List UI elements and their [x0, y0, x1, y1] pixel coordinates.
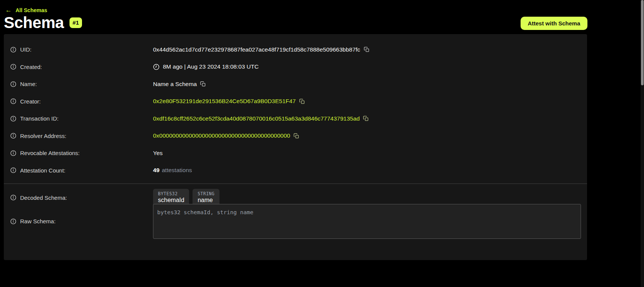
info-icon [10, 218, 16, 224]
resolver-address-link[interactable]: 0x00000000000000000000000000000000000000… [153, 132, 290, 139]
title-row: Schema #1 [4, 14, 82, 32]
uid-value: 0x44d562ac1d7cd77e232978687fea027ace48f7… [153, 46, 360, 53]
created-value: 8M ago | Aug 23 2024 18:08:03 UTC [163, 63, 259, 70]
revocable-row: Revocable Attestations: Yes [4, 144, 587, 162]
transaction-id-link[interactable]: 0xdf16c8cff2652c6ce52f3cda40d0878070016c… [153, 115, 360, 122]
copy-icon[interactable] [363, 116, 369, 121]
transaction-label-group: Transaction ID: [10, 115, 153, 122]
created-label: Created: [20, 64, 42, 70]
resolver-label: Resolver Address: [20, 133, 66, 139]
creator-address-link[interactable]: 0x2e80F532191de291536B24Ce5D67a9B0D3E51F… [153, 98, 296, 105]
name-label-group: Name: [10, 81, 153, 87]
creator-label-group: Creator: [10, 98, 153, 105]
back-link-label: All Schemas [16, 7, 47, 13]
attestations-link[interactable]: attestations [162, 167, 192, 174]
copy-icon[interactable] [299, 99, 305, 104]
copy-icon[interactable] [364, 47, 369, 52]
transaction-label: Transaction ID: [20, 115, 58, 122]
info-icon [10, 47, 16, 53]
uid-row: UID: 0x44d562ac1d7cd77e232978687fea027ac… [4, 41, 587, 58]
decoded-schema-label: Decoded Schema: [20, 194, 67, 201]
copy-icon[interactable] [200, 81, 206, 87]
name-label: Name: [20, 81, 37, 87]
resolver-label-group: Resolver Address: [10, 133, 153, 139]
revocable-label: Revocable Attestations: [20, 150, 80, 156]
back-arrow-icon: ← [5, 6, 12, 14]
creator-row: Creator: 0x2e80F532191de291536B24Ce5D67a… [4, 93, 587, 110]
page-scrollbar[interactable] [641, 0, 644, 287]
attestation-count-row: Attestation Count: 49 attestations [4, 162, 587, 179]
raw-schema-label: Raw Schema: [20, 218, 55, 224]
copy-icon[interactable] [294, 133, 299, 139]
attestation-count-value: 49 [153, 167, 159, 174]
scrollbar-thumb[interactable] [641, 0, 644, 85]
field-name: schemaId [158, 197, 184, 204]
info-icon [10, 64, 16, 70]
attest-with-schema-button[interactable]: Attest with Schema [521, 17, 587, 30]
info-icon [10, 167, 16, 173]
info-icon [10, 98, 16, 104]
section-divider [4, 183, 587, 184]
uid-label-group: UID: [10, 46, 153, 53]
decoded-schema-label-group: Decoded Schema: [10, 194, 153, 201]
field-name: name [197, 197, 215, 204]
raw-schema-row: Raw Schema: bytes32 schemaId, string nam… [4, 213, 587, 230]
transaction-row: Transaction ID: 0xdf16c8cff2652c6ce52f3c… [4, 110, 587, 127]
creator-label: Creator: [20, 98, 41, 105]
schema-detail-card: UID: 0x44d562ac1d7cd77e232978687fea027ac… [4, 34, 587, 260]
field-type: BYTES32 [158, 191, 184, 196]
back-to-all-schemas-link[interactable]: ← All Schemas [5, 6, 47, 14]
attestation-count-label-group: Attestation Count: [10, 167, 153, 174]
revocable-label-group: Revocable Attestations: [10, 150, 153, 156]
attestation-count-label: Attestation Count: [20, 167, 65, 174]
raw-schema-label-group: Raw Schema: [10, 218, 153, 224]
info-icon [10, 194, 16, 201]
revocable-value: Yes [153, 150, 163, 157]
created-row: Created: 8M ago | Aug 23 2024 18:08:03 U… [4, 58, 587, 76]
created-label-group: Created: [10, 64, 153, 70]
uid-label: UID: [20, 46, 32, 53]
info-icon [10, 81, 16, 87]
info-icon [10, 116, 16, 122]
field-type: STRING [197, 191, 215, 196]
name-value: Name a Schema [153, 81, 197, 88]
resolver-row: Resolver Address: 0x00000000000000000000… [4, 127, 587, 145]
clock-icon [153, 64, 159, 70]
schema-number-badge: #1 [69, 17, 82, 28]
page-title: Schema [4, 14, 64, 32]
name-row: Name: Name a Schema [4, 75, 587, 93]
info-icon [10, 150, 16, 156]
info-icon [10, 133, 16, 139]
raw-schema-textarea[interactable]: bytes32 schemaId, string name [153, 204, 581, 239]
